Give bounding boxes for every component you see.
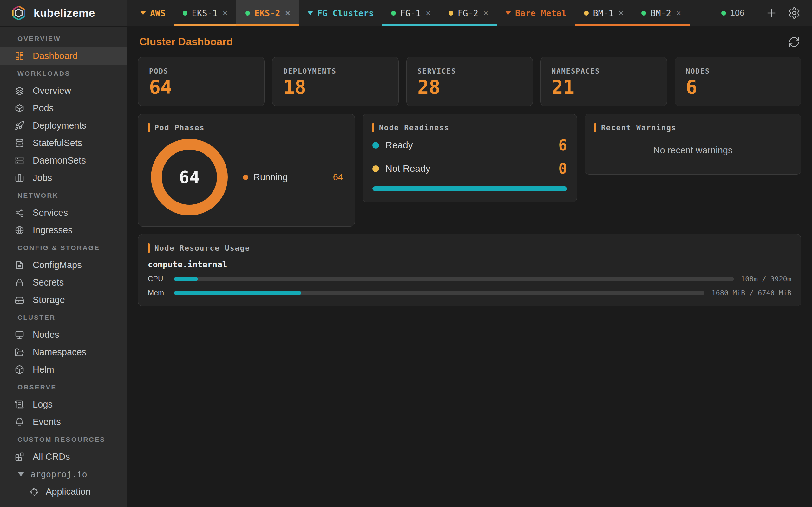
tab-bare-metal-group[interactable]: Bare Metal	[497, 0, 575, 26]
cpu-usage-value: 108m / 3920m	[741, 275, 792, 283]
card-title: Node Resource Usage	[154, 244, 250, 252]
brand: kubelizeme	[0, 0, 127, 26]
donut-total: 64	[150, 137, 229, 217]
layout-dashboard-icon	[14, 51, 24, 61]
close-icon[interactable]: ×	[426, 8, 431, 18]
sidebar-item-logs[interactable]: Logs	[0, 396, 126, 413]
cpu-usage-row: CPU 108m / 3920m	[148, 275, 792, 283]
tab-group-bare-metal: Bare Metal BM-1 × BM-2 ×	[497, 0, 690, 26]
status-dot-icon	[641, 11, 646, 15]
readiness-row-not-ready: Not Ready 0	[372, 158, 567, 179]
sidebar-item-namespaces[interactable]: Namespaces	[0, 343, 126, 361]
section-label-config-storage: CONFIG & STORAGE	[0, 239, 126, 257]
close-icon[interactable]: ×	[484, 8, 488, 18]
accent-bar	[595, 123, 596, 132]
sidebar-item-storage[interactable]: Storage	[0, 291, 126, 308]
rocket-icon	[14, 121, 24, 130]
sidebar-item-daemonsets[interactable]: DaemonSets	[0, 152, 126, 169]
globe-icon	[14, 225, 24, 235]
section-label-workloads: WORKLOADS	[0, 65, 126, 82]
server-icon	[14, 156, 24, 165]
status-dot-icon	[372, 142, 379, 149]
mem-usage-bar	[174, 291, 705, 295]
sidebar-group-argoproj[interactable]: argoproj.io	[0, 465, 126, 483]
app-title: kubelizeme	[34, 7, 95, 19]
stat-card-services: SERVICES 28	[406, 57, 533, 106]
refresh-button[interactable]	[788, 36, 800, 48]
tab-bm-1[interactable]: BM-1 ×	[575, 0, 632, 26]
sidebar-item-nodes[interactable]: Nodes	[0, 326, 126, 343]
tab-bm-2[interactable]: BM-2 ×	[632, 0, 690, 26]
status-dot-icon	[391, 11, 396, 15]
stat-value: 64	[149, 78, 253, 97]
readiness-progress-bar	[372, 186, 567, 191]
share-network-icon	[14, 208, 24, 218]
tab-fg-clusters-group[interactable]: FG Clusters	[299, 0, 382, 26]
stat-card-pods: PODS 64	[138, 57, 264, 106]
card-title: Pod Phases	[154, 124, 205, 132]
close-icon[interactable]: ×	[676, 8, 681, 18]
lock-icon	[14, 278, 24, 287]
sidebar-item-overview[interactable]: Overview	[0, 82, 126, 100]
sidebar-item-all-crds[interactable]: All CRDs	[0, 448, 126, 465]
plus-icon	[765, 7, 778, 19]
close-icon[interactable]: ×	[286, 8, 290, 18]
stat-card-nodes: NODES 6	[675, 57, 801, 106]
sidebar-item-application[interactable]: Application	[0, 483, 126, 500]
sidebar-item-pods[interactable]: Pods	[0, 100, 126, 117]
sidebar-item-configmaps[interactable]: ConfigMaps	[0, 257, 126, 274]
gear-icon	[788, 7, 801, 19]
bell-icon	[14, 417, 24, 427]
accent-bar	[372, 123, 374, 132]
tab-eks-1[interactable]: EKS-1 ×	[174, 0, 236, 26]
app-logo-icon	[9, 4, 28, 22]
cube-icon	[14, 103, 24, 113]
legend-dot-icon	[243, 175, 248, 180]
node-name: compute.internal	[148, 260, 792, 269]
tab-fg-1[interactable]: FG-1 ×	[382, 0, 440, 26]
settings-button[interactable]	[788, 7, 801, 19]
main-content: Cluster Dashboard PODS 64 DEPLOYMENTS 18…	[127, 26, 812, 306]
legend-item-running: Running 64	[229, 172, 345, 182]
add-cluster-button[interactable]	[765, 7, 778, 19]
section-label-overview: OVERVIEW	[0, 30, 126, 47]
caret-down-icon	[140, 11, 146, 15]
puzzle-icon	[30, 487, 39, 496]
mem-usage-value: 1680 MiB / 6740 MiB	[711, 289, 792, 297]
status-dot-icon	[584, 11, 589, 15]
sidebar-item-secrets[interactable]: Secrets	[0, 274, 126, 291]
caret-down-icon	[505, 11, 511, 15]
sidebar-item-ingresses[interactable]: Ingresses	[0, 222, 126, 239]
card-title: Node Readiness	[379, 124, 450, 132]
readiness-row-ready: Ready 6	[372, 134, 567, 156]
status-dot-icon	[245, 11, 250, 15]
sidebar-item-services[interactable]: Services	[0, 204, 126, 222]
sidebar-item-statefulsets[interactable]: StatefulSets	[0, 134, 126, 152]
sidebar-item-helm[interactable]: Helm	[0, 361, 126, 378]
status-dot-icon	[449, 11, 453, 15]
close-icon[interactable]: ×	[223, 8, 227, 18]
database-icon	[14, 138, 24, 148]
tab-fg-2[interactable]: FG-2 ×	[440, 0, 497, 26]
status-dot-icon	[372, 165, 379, 172]
folder-open-icon	[14, 347, 24, 357]
cpu-usage-bar	[174, 277, 734, 281]
stat-card-deployments: DEPLOYMENTS 18	[272, 57, 399, 106]
cluster-tabs: AWS EKS-1 × EKS-2 × FG Clusters	[127, 0, 710, 26]
stat-label: PODS	[149, 67, 253, 75]
sidebar-item-jobs[interactable]: Jobs	[0, 169, 126, 187]
stat-value: 28	[417, 78, 522, 97]
tab-aws-group[interactable]: AWS	[132, 0, 174, 26]
mem-usage-row: Mem 1680 MiB / 6740 MiB	[148, 289, 792, 297]
divider	[755, 7, 755, 19]
sidebar-item-deployments[interactable]: Deployments	[0, 117, 126, 134]
sidebar-item-dashboard[interactable]: Dashboard	[0, 47, 126, 65]
layers-icon	[14, 86, 24, 96]
tab-group-aws: AWS EKS-1 × EKS-2 ×	[132, 0, 299, 26]
close-icon[interactable]: ×	[619, 8, 623, 18]
recent-warnings-card: Recent Warnings No recent warnings	[585, 114, 801, 175]
sidebar-item-events[interactable]: Events	[0, 413, 126, 431]
accent-bar	[148, 243, 150, 253]
tab-eks-2[interactable]: EKS-2 ×	[236, 0, 299, 26]
section-label-observe: OBSERVE	[0, 378, 126, 396]
